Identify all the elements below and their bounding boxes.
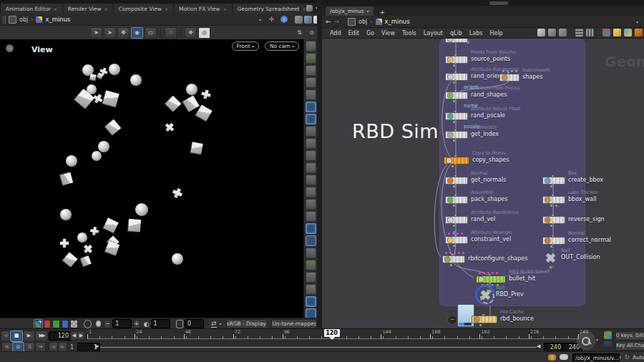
clock-icon[interactable] — [280, 16, 288, 23]
node-output-connector[interactable] — [454, 137, 457, 139]
node-input-connector[interactable] — [552, 175, 554, 177]
color-note-icon[interactable] — [624, 29, 632, 36]
viewport-toolbar-icon-19[interactable] — [306, 272, 316, 283]
persp-icon[interactable] — [304, 16, 312, 24]
forward-icon[interactable]: → — [334, 18, 340, 25]
viewport-toolbar-icon-14[interactable] — [306, 211, 316, 222]
camera-menu-button[interactable]: No cam ▾ — [265, 41, 299, 51]
pane-tab[interactable]: Geometry Spreadsheet× — [233, 4, 312, 14]
node-output-connector[interactable] — [454, 41, 457, 43]
node-body[interactable] — [445, 177, 468, 185]
node-output-connector[interactable] — [454, 183, 457, 185]
viewport-toolbar-icon-10[interactable] — [306, 162, 316, 173]
play-button[interactable]: ▶ — [23, 331, 35, 342]
tools-icon[interactable] — [537, 29, 545, 36]
node-output-connector[interactable] — [507, 80, 509, 82]
viewport-toolbar-icon-12[interactable] — [306, 187, 316, 197]
range-slider[interactable] — [100, 347, 537, 348]
keys-info-button[interactable]: 0 keys, 0/0 chan — [615, 331, 644, 341]
viewport-toolbar-icon-5[interactable] — [306, 102, 316, 112]
node-body[interactable] — [542, 237, 565, 245]
network-tab[interactable]: /obj/x_minus▾ — [325, 6, 374, 16]
playhead[interactable]: 120 — [324, 329, 340, 337]
node-output-connector[interactable] — [482, 322, 484, 323]
node-body[interactable] — [476, 275, 506, 283]
add-tab-button[interactable]: + — [374, 9, 391, 16]
collapse-button[interactable]: − — [447, 315, 457, 325]
node-output-flag[interactable] — [453, 205, 455, 207]
back-icon[interactable]: ← — [326, 18, 331, 25]
node-output-connector[interactable] — [552, 183, 554, 185]
node-input-dot[interactable] — [502, 70, 504, 72]
node-input-dot[interactable] — [452, 233, 454, 235]
refresh-icon[interactable]: ↻ — [625, 354, 630, 361]
exposure-field[interactable]: 0 — [185, 319, 204, 328]
node-output-flag[interactable] — [550, 266, 552, 268]
grip-icon[interactable] — [3, 16, 6, 24]
key-all-channels-button[interactable]: Key All Channels — [615, 341, 644, 351]
current-frame-field[interactable]: 120 — [49, 331, 72, 341]
node-output-connector[interactable] — [552, 222, 554, 224]
node-output-connector[interactable] — [454, 243, 457, 244]
path-context[interactable]: obj — [358, 19, 367, 25]
viewport-toolbar-icon-16[interactable] — [306, 235, 316, 246]
viewport-toolbar-icon-22[interactable] — [306, 308, 316, 318]
viewport-toolbar-icon-18[interactable] — [306, 260, 316, 270]
message-log-icon[interactable] — [548, 354, 556, 361]
node-input-connector[interactable] — [552, 235, 554, 237]
viewport-toolbar-icon-2[interactable] — [306, 65, 316, 76]
viewport-toolbar-icon-17[interactable] — [306, 248, 316, 258]
node-body[interactable] — [445, 196, 468, 204]
snap-disabled-icon[interactable]: ⊘ — [165, 27, 177, 39]
node-body[interactable] — [472, 315, 497, 323]
node-output-connector[interactable] — [489, 282, 491, 283]
lut-dropdown-icon[interactable]: ▾ — [220, 321, 222, 326]
node-output-flag[interactable] — [452, 165, 454, 167]
path-node[interactable]: x_minus — [45, 16, 70, 23]
hierarchy-icon[interactable] — [548, 29, 556, 36]
viewport-toolbar-icon-13[interactable] — [306, 199, 316, 210]
node-input-dot[interactable] — [479, 272, 481, 274]
list-icon[interactable] — [559, 29, 567, 36]
node-output-connector[interactable] — [552, 202, 554, 204]
node-output-flag[interactable] — [550, 225, 552, 227]
node-output-flag[interactable] — [453, 121, 455, 123]
network-box-icon[interactable] — [635, 29, 643, 36]
node-output-flag[interactable] — [550, 245, 552, 248]
node-output-connector[interactable] — [454, 119, 457, 120]
render-icon[interactable]: ❖ — [185, 27, 197, 39]
node-input-connector[interactable] — [454, 195, 457, 196]
viewport-toolbar-icon-8[interactable] — [306, 138, 316, 149]
pane-tab[interactable]: Animation Editor× — [1, 4, 63, 14]
swatch-red-icon[interactable] — [44, 320, 52, 328]
node-input-connector[interactable] — [454, 235, 457, 236]
pane-window-icon[interactable] — [306, 5, 313, 11]
tab-close-icon[interactable]: × — [223, 6, 226, 11]
node-input-connector[interactable] — [507, 72, 509, 74]
tonemap-select[interactable]: Un-tone-mapped ⇕ — [271, 319, 317, 328]
node-input-connector[interactable] — [552, 215, 554, 216]
select-objects-tool-icon[interactable]: ➤ — [104, 27, 116, 39]
node-output-connector[interactable] — [454, 79, 457, 81]
node-body[interactable] — [542, 216, 565, 224]
node-input-connector[interactable] — [454, 155, 457, 157]
pane-tab[interactable]: Render View× — [63, 4, 114, 14]
node-input-dot[interactable] — [515, 70, 517, 72]
node-body[interactable] — [445, 216, 468, 224]
node-body[interactable] — [445, 236, 468, 244]
swatch-blue-icon[interactable] — [62, 320, 69, 328]
node-input-dot[interactable] — [483, 272, 485, 274]
node-flag[interactable] — [555, 205, 557, 207]
node-input-connector[interactable] — [454, 54, 457, 56]
node-output-connector[interactable] — [552, 243, 554, 245]
menu-tools[interactable]: Tools — [399, 30, 420, 36]
tab-close-icon[interactable]: × — [165, 6, 168, 11]
network-editor[interactable]: RBD Sim Geometry Points from Volumesourc… — [322, 39, 644, 328]
menu-edit[interactable]: Edit — [345, 30, 364, 36]
tab-close-icon[interactable]: × — [104, 6, 108, 11]
node-output-flag[interactable] — [453, 64, 455, 67]
node-input-dot[interactable] — [487, 272, 489, 274]
viewport-toolbar-icon-21[interactable] — [306, 296, 316, 307]
swatch-rgba-icon[interactable] — [34, 320, 42, 328]
node-output-flag[interactable] — [453, 185, 455, 187]
